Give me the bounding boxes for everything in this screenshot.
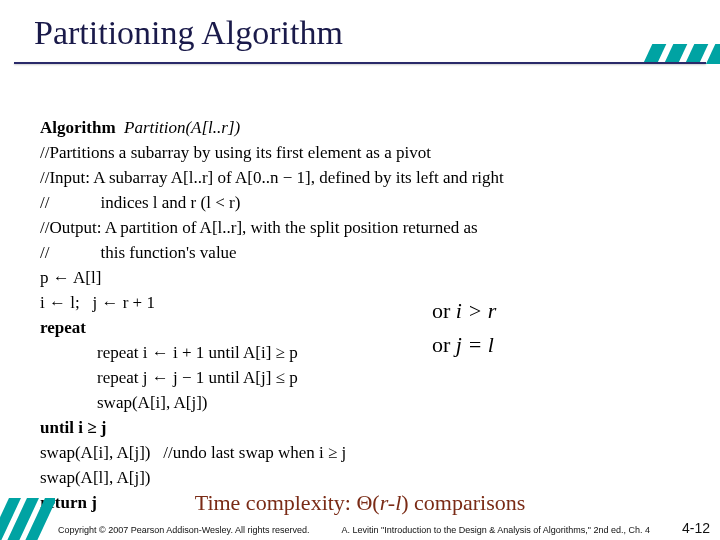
slide-title: Partitioning Algorithm: [34, 14, 343, 52]
algo-line: i ← l; j ← r + 1: [40, 293, 155, 312]
footer-copyright: Copyright © 2007 Pearson Addison-Wesley.…: [58, 525, 309, 535]
algo-line: //Input: A subarray A[l..r] of A[0..n − …: [40, 168, 504, 187]
algo-line: //Partitions a subarray by using its fir…: [40, 143, 431, 162]
title-underline: [14, 62, 706, 64]
algorithm-block: Algorithm Partition(A[l..r]) //Partition…: [40, 90, 680, 515]
algo-line: repeat j ← j − 1 until A[j] ≤ p: [40, 365, 298, 390]
decor-stripes-bottom-left: [0, 498, 55, 540]
algo-line: p ← A[l]: [40, 268, 101, 287]
algo-signature: Algorithm Partition(A[l..r]): [40, 118, 240, 137]
annotation-j-eq-l: or j = l: [432, 332, 494, 358]
algo-line: repeat: [40, 318, 86, 337]
algo-line: // indices l and r (l < r): [40, 193, 240, 212]
algo-line: until i ≥ j: [40, 418, 106, 437]
annotation-i-gt-r: or i > r: [432, 298, 496, 324]
footer-citation: A. Levitin "Introduction to the Design &…: [309, 525, 682, 535]
footer: Copyright © 2007 Pearson Addison-Wesley.…: [58, 520, 710, 536]
algo-line: //Output: A partition of A[l..r], with t…: [40, 218, 478, 237]
time-complexity: Time complexity: Θ(r-l) comparisons: [0, 490, 720, 516]
slide: Partitioning Algorithm Algorithm Partiti…: [0, 0, 720, 540]
algo-line: // this function's value: [40, 243, 237, 262]
algo-line: repeat i ← i + 1 until A[i] ≥ p: [40, 340, 298, 365]
algo-line: swap(A[i], A[j]) //undo last swap when i…: [40, 443, 346, 462]
footer-page-number: 4-12: [682, 520, 710, 536]
decor-stripes-top-right: [620, 44, 720, 64]
algo-line: swap(A[i], A[j]): [40, 390, 207, 415]
algo-line: swap(A[l], A[j]): [40, 468, 150, 487]
